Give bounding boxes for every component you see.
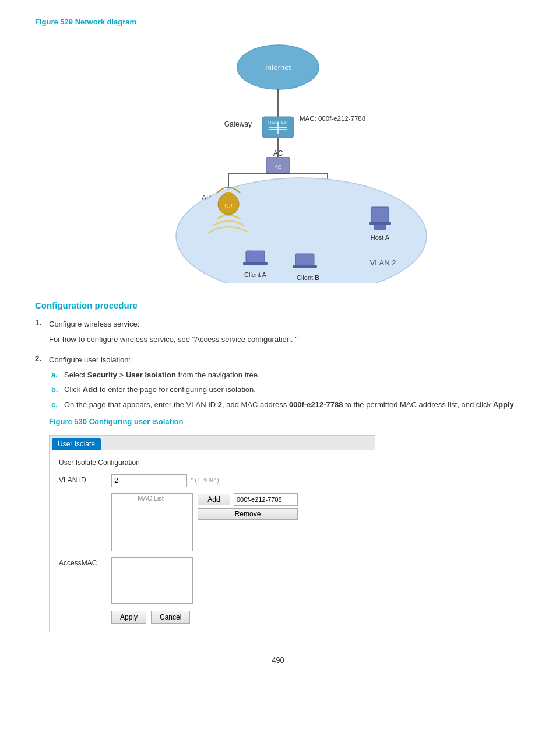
access-mac-box[interactable] — [111, 557, 193, 604]
user-isolate-tab[interactable]: User Isolate — [52, 438, 101, 450]
substep-b-text: Click Add to enter the page for configur… — [64, 384, 521, 396]
remove-button[interactable]: Remove — [198, 508, 298, 520]
svg-rect-31 — [369, 222, 391, 225]
substep-a-label: a. — [51, 369, 64, 381]
vlan-id-row: VLAN ID * (1-4094) — [59, 474, 365, 487]
substep-a: a. Select Security > User Isolation from… — [51, 369, 521, 381]
ui-tab-bar: User Isolate — [50, 436, 375, 450]
substep-c-text: On the page that appears, enter the VLAN… — [64, 399, 521, 411]
substep-b-label: b. — [51, 384, 64, 396]
substep-a-text: Select Security > User Isolation from th… — [64, 369, 521, 381]
step-2: 2. Configure user isolation: a. Select S… — [35, 354, 521, 632]
vlan-id-input[interactable] — [111, 474, 187, 487]
svg-text:VLAN 2: VLAN 2 — [370, 258, 396, 267]
svg-text:Client A: Client A — [244, 271, 267, 278]
steps-list: 1. Configure wireless service: For how t… — [35, 318, 521, 632]
svg-rect-26 — [295, 254, 314, 265]
svg-text:Host A: Host A — [371, 234, 390, 241]
mac-controls: Add Remove — [198, 493, 298, 520]
svg-rect-30 — [371, 207, 389, 222]
mac-list-box[interactable]: -----------MAC List----------- — [111, 493, 193, 551]
mac-list-label — [59, 493, 111, 495]
substep-c: c. On the page that appears, enter the V… — [51, 399, 521, 411]
svg-rect-27 — [293, 265, 317, 268]
svg-text:Client: Client — [297, 274, 313, 281]
diagram-svg: Internet ROUTER Gateway MAC: 000f-e212-7… — [126, 32, 430, 283]
step-2-number: 2. — [35, 354, 49, 363]
step-1-number: 1. — [35, 318, 49, 327]
action-bar: Apply Cancel — [59, 611, 365, 624]
access-mac-label: AccessMAC — [59, 557, 111, 567]
add-button[interactable]: Add — [198, 494, 230, 505]
figure-530-title: Figure 530 Configuring user isolation — [49, 417, 521, 426]
mac-list-placeholder: -----------MAC List----------- — [114, 495, 187, 502]
svg-rect-32 — [374, 225, 386, 230]
page-number: 490 — [35, 656, 521, 664]
figure-529-title: Figure 529 Network diagram — [35, 18, 521, 26]
vlan-id-label: VLAN ID — [59, 474, 111, 484]
svg-text:((·)): ((·)) — [225, 202, 233, 208]
section-title: Configuration procedure — [35, 300, 521, 310]
svg-text:MAC: 000f-e212-7788: MAC: 000f-e212-7788 — [300, 115, 365, 122]
substep-c-label: c. — [51, 399, 64, 411]
step-1-content: Configure wireless service: For how to c… — [49, 318, 521, 348]
svg-text:AC: AC — [275, 164, 282, 170]
access-mac-row: AccessMAC — [59, 557, 365, 604]
sub-steps-list: a. Select Security > User Isolation from… — [51, 369, 521, 411]
ui-section-title: User Isolate Configuration — [59, 459, 365, 468]
step-1: 1. Configure wireless service: For how t… — [35, 318, 521, 348]
svg-text:AC: AC — [273, 149, 283, 158]
apply-button[interactable]: Apply — [111, 611, 146, 624]
step-1-subtext: For how to configure wireless service, s… — [49, 334, 521, 345]
mac-list-row: -----------MAC List----------- Add Remov… — [59, 493, 365, 551]
svg-text:Gateway: Gateway — [224, 120, 252, 128]
mac-area: -----------MAC List----------- Add Remov… — [111, 493, 298, 551]
svg-text:AP: AP — [202, 194, 211, 202]
mac-input[interactable] — [234, 493, 298, 506]
step-1-text: Configure wireless service: — [49, 318, 521, 330]
step-2-content: Configure user isolation: a. Select Secu… — [49, 354, 521, 632]
config-procedure-section: Configuration procedure 1. Configure wir… — [35, 300, 521, 632]
ui-form-body: User Isolate Configuration VLAN ID * (1-… — [50, 450, 375, 632]
substep-b: b. Click Add to enter the page for confi… — [51, 384, 521, 396]
svg-text:Internet: Internet — [265, 63, 291, 72]
svg-rect-23 — [243, 262, 268, 265]
vlan-hint: * (1-4094) — [191, 474, 219, 484]
svg-text:B: B — [315, 274, 319, 281]
cancel-button[interactable]: Cancel — [151, 611, 190, 624]
step-2-text: Configure user isolation: — [49, 354, 521, 366]
network-diagram: Internet ROUTER Gateway MAC: 000f-e212-7… — [35, 32, 521, 283]
svg-rect-22 — [246, 251, 265, 262]
ui-screenshot: User Isolate User Isolate Configuration … — [49, 435, 375, 632]
